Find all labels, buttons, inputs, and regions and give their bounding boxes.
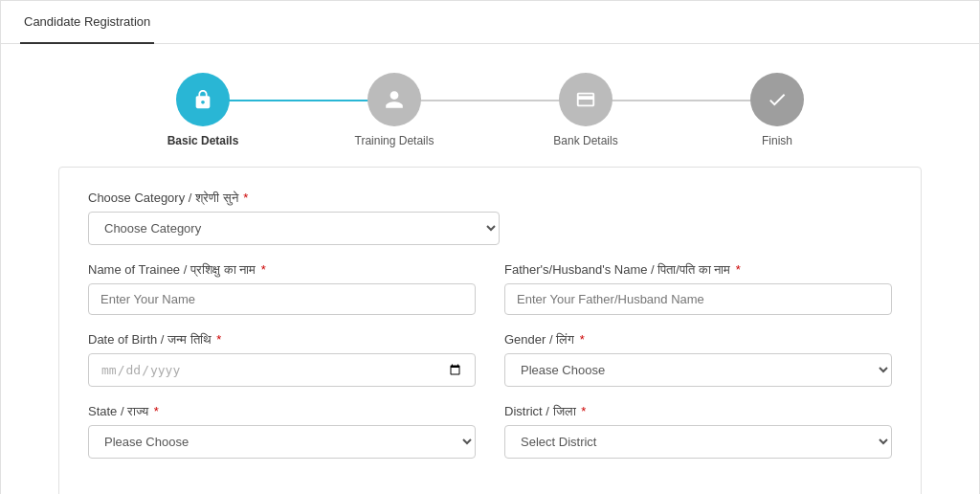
- gender-required: *: [580, 332, 585, 347]
- step-basic: Basic Details: [107, 73, 299, 147]
- gender-label: Gender / लिंग *: [504, 332, 892, 348]
- district-required: *: [581, 404, 586, 418]
- step-label-basic: Basic Details: [167, 134, 239, 147]
- state-required: *: [154, 404, 159, 418]
- dob-label: Date of Birth / जन्म तिथि *: [88, 332, 476, 348]
- category-required: *: [243, 191, 248, 205]
- category-select-wrap: Choose Category: [88, 212, 500, 245]
- trainee-name-label: Name of Trainee / प्रशिक्षु का नाम *: [88, 262, 476, 278]
- step-training: Training Details: [299, 73, 490, 147]
- step-circle-bank: [559, 73, 612, 126]
- district-label: District / जिला *: [504, 404, 892, 419]
- page-wrapper: Candidate Registration Basic Details: [0, 0, 980, 494]
- dob-input[interactable]: [88, 353, 476, 387]
- father-name-label: Father's/Husband's Name / पिता/पति का ना…: [504, 262, 892, 278]
- gender-select[interactable]: Please Choose: [504, 353, 892, 387]
- trainee-name-input[interactable]: [88, 283, 476, 315]
- gender-col: Gender / लिंग * Please Choose: [504, 332, 892, 387]
- step-circle-finish: [750, 73, 804, 126]
- category-group: Choose Category / श्रेणी सुने * Choose C…: [88, 191, 892, 245]
- step-finish: Finish: [681, 73, 873, 147]
- step-circle-basic: [176, 73, 230, 126]
- step-bank: Bank Details: [490, 73, 681, 147]
- category-label: Choose Category / श्रेणी सुने *: [88, 191, 892, 206]
- category-select[interactable]: Choose Category: [88, 212, 500, 245]
- registration-form: Choose Category / श्रेणी सुने * Choose C…: [58, 167, 922, 494]
- dob-required: *: [216, 332, 221, 347]
- candidate-registration-tab[interactable]: Candidate Registration: [20, 1, 154, 44]
- state-label: State / राज्य *: [88, 404, 476, 419]
- trainee-name-col: Name of Trainee / प्रशिक्षु का नाम *: [88, 262, 476, 315]
- state-district-row: State / राज्य * Please Choose District /…: [88, 404, 892, 459]
- step-label-bank: Bank Details: [553, 134, 617, 147]
- district-col: District / जिला * Select District: [504, 404, 892, 459]
- lock-icon: [192, 89, 213, 110]
- step-label-finish: Finish: [762, 134, 792, 147]
- step-circle-training: [368, 73, 421, 126]
- stepper: Basic Details Training Details: [107, 73, 873, 147]
- father-name-input[interactable]: [504, 283, 892, 315]
- state-select[interactable]: Please Choose: [88, 425, 476, 459]
- father-required: *: [736, 262, 741, 277]
- dob-gender-row: Date of Birth / जन्म तिथि * Gender / लिं…: [88, 332, 892, 387]
- step-label-training: Training Details: [355, 134, 434, 147]
- check-icon: [767, 89, 788, 110]
- dob-col: Date of Birth / जन्म तिथि *: [88, 332, 476, 387]
- state-col: State / राज्य * Please Choose: [88, 404, 476, 459]
- stepper-section: Basic Details Training Details: [1, 44, 979, 167]
- tab-header: Candidate Registration: [1, 1, 979, 44]
- card-icon: [575, 89, 596, 110]
- district-select[interactable]: Select District: [504, 425, 892, 459]
- person-icon: [384, 89, 405, 110]
- name-row: Name of Trainee / प्रशिक्षु का नाम * Fat…: [88, 262, 892, 315]
- father-name-col: Father's/Husband's Name / पिता/पति का ना…: [504, 262, 892, 315]
- trainee-required: *: [261, 262, 266, 277]
